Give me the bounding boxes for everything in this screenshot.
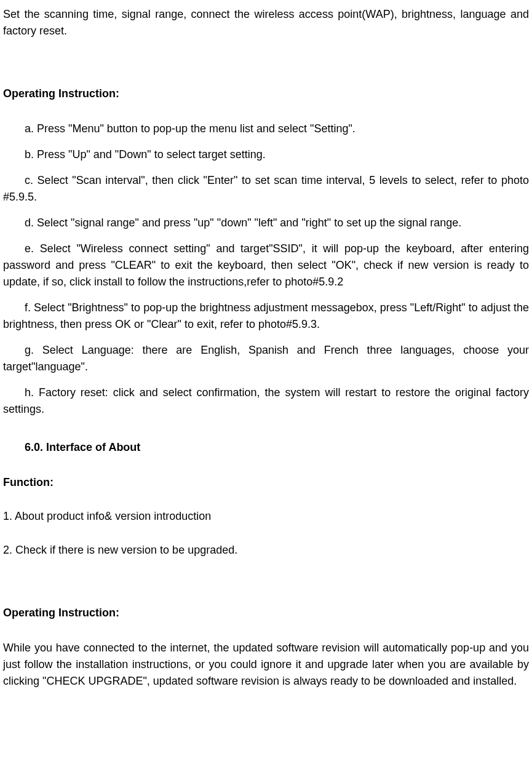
function-item-2: 2. Check if there is new version to be u… [3,542,529,559]
step-b: b. Press "Up" and "Down" to select targe… [3,146,529,163]
section-6-0-title: 6.0. Interface of About [3,439,529,456]
step-a: a. Press "Menu" button to pop-up the men… [3,121,529,137]
intro-paragraph: Set the scanning time, signal range, con… [3,6,529,39]
function-heading: Function: [3,474,529,491]
function-item-1: 1. About product info& version introduct… [3,508,529,525]
operating-instruction-heading-2: Operating Instruction: [3,605,529,621]
step-e: e. Select "Wireless connect setting" and… [0,241,529,290]
step-c: c. Select "Scan interval", then click "E… [0,172,529,205]
step-f: f. Select "Brightness" to pop-up the bri… [0,300,529,333]
step-h: h. Factory reset: click and select confi… [0,384,529,418]
final-paragraph: While you have connected to the internet… [3,640,529,690]
operating-instruction-heading-1: Operating Instruction: [3,86,529,102]
step-g: g. Select Language: there are English, S… [0,342,529,375]
step-d: d. Select "signal range" and press "up" … [3,215,529,231]
